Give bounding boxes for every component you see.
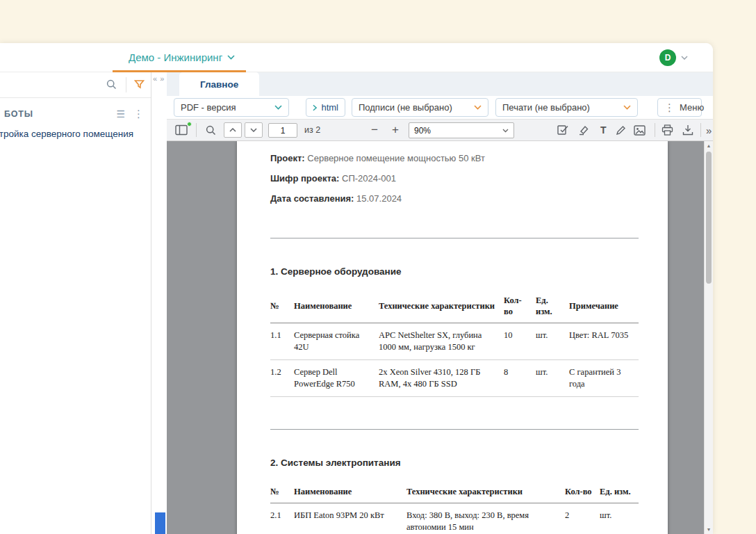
table-cell: Сервер Dell PowerEdge R750: [294, 359, 379, 396]
previous-page-button[interactable]: [224, 122, 242, 138]
print-icon[interactable]: [662, 120, 673, 140]
main-area: БОТЫ ☰ ⋮ стройка серверного помещения « …: [0, 72, 713, 534]
meta-line: Дата составления: 15.07.2024: [270, 193, 639, 205]
table-cell: 1.2: [270, 359, 294, 396]
avatar-initial: D: [665, 53, 671, 63]
signatures-select[interactable]: Подписи (не выбрано): [352, 98, 488, 117]
table-cell: 1.1: [270, 323, 294, 360]
pencil-icon[interactable]: [616, 120, 626, 140]
document-sections: 1. Серверное оборудование№НаименованиеТе…: [270, 238, 639, 534]
highlighter-icon[interactable]: [578, 120, 589, 140]
tree-item-project[interactable]: стройка серверного помещения: [0, 124, 151, 143]
tab-glavnoe[interactable]: Главное: [179, 72, 259, 96]
table-cell: шт.: [536, 323, 569, 360]
column-header: Кол-во: [504, 289, 536, 323]
zoom-value: 90%: [414, 126, 431, 136]
sidebar: БОТЫ ☰ ⋮ стройка серверного помещения: [0, 72, 151, 534]
chevron-down-icon: [227, 55, 235, 60]
section-title: 1. Серверное оборудование: [270, 266, 639, 277]
meta-line: Шифр проекта: СП-2024-001: [270, 172, 639, 185]
menu-button[interactable]: ⋮ Меню: [657, 98, 702, 117]
document-toolbar: PDF - версия html Подписи (не выбрано) П…: [167, 96, 713, 119]
account-menu[interactable]: D: [659, 43, 688, 72]
kebab-icon: ⋮: [664, 102, 675, 114]
table-cell: ИБП Eaton 93PM 20 кВт: [294, 503, 406, 534]
chevron-down-icon: [681, 56, 688, 60]
pdf-toolbar: из 2 − + 90% T: [167, 119, 713, 141]
table-cell: 10: [504, 323, 536, 360]
splitter-handle[interactable]: [155, 512, 165, 534]
version-select[interactable]: PDF - версия: [174, 98, 289, 117]
scrollbar[interactable]: ▲ ▼: [704, 141, 713, 534]
zoom-in-button[interactable]: +: [388, 120, 403, 140]
panel-gutter: « »: [151, 72, 167, 534]
tab-bar: Главное: [167, 72, 713, 96]
org-selector[interactable]: Демо - Инжиниринг: [129, 43, 235, 72]
table-cell: Серверная стойка 42U: [294, 323, 379, 360]
page-number-input[interactable]: [268, 123, 297, 138]
avatar[interactable]: D: [659, 49, 676, 66]
document-divider: [270, 238, 639, 238]
filter-icon[interactable]: [134, 79, 145, 90]
column-header: Кол-во: [565, 480, 600, 503]
collapse-sidebar-icon[interactable]: «: [153, 74, 157, 83]
more-tools[interactable]: »: [706, 120, 710, 140]
next-page-button[interactable]: [245, 122, 263, 138]
meta-line: Проект: Серверное помещение мощностью 50…: [270, 152, 639, 165]
page-count-label: из 2: [304, 120, 320, 140]
image-tool-icon[interactable]: [634, 120, 646, 140]
divider: [126, 77, 126, 92]
table-cell: 2x Xeon Silver 4310, 128 ГБ RAM, 4x 480 …: [379, 359, 504, 396]
scrollbar-thumb[interactable]: [706, 152, 712, 284]
sidebar-section-title: БОТЫ: [4, 109, 116, 119]
table-cell: шт.: [600, 503, 639, 534]
pdf-viewer: Проект: Серверное помещение мощностью 50…: [167, 141, 713, 534]
table-row: 1.2Сервер Dell PowerEdge R7502x Xeon Sil…: [270, 359, 639, 396]
table-cell: 2: [565, 503, 600, 534]
expand-panel-icon[interactable]: »: [160, 74, 164, 83]
version-select-value: PDF - версия: [181, 102, 236, 113]
column-header: №: [270, 480, 294, 503]
list-menu-icon[interactable]: ☰: [116, 108, 125, 120]
pdf-page: Проект: Серверное помещение мощностью 50…: [237, 141, 668, 534]
scroll-down-arrow[interactable]: ▼: [705, 525, 713, 534]
table-cell: 8: [504, 359, 536, 396]
spec-table: №НаименованиеТехнические характеристикиК…: [270, 480, 639, 534]
divider: [196, 123, 197, 137]
column-header: Технические характеристики: [379, 289, 504, 323]
column-header: Примечание: [569, 289, 639, 323]
html-view-button[interactable]: html: [306, 98, 345, 117]
kebab-icon[interactable]: ⋮: [133, 108, 144, 120]
column-header: Ед. изм.: [536, 289, 569, 323]
pdf-sidebar-toggle[interactable]: [175, 120, 188, 140]
document-meta: Проект: Серверное помещение мощностью 50…: [270, 152, 639, 206]
notification-dot: [187, 122, 192, 127]
table-cell: С гарантией 3 года: [569, 359, 639, 396]
text-tool[interactable]: T: [600, 120, 607, 140]
table-cell: APC NetShelter SX, глубина 1000 мм, нагр…: [379, 323, 504, 360]
org-name: Демо - Инжиниринг: [129, 51, 222, 63]
divider: [700, 123, 701, 137]
column-header: Наименование: [294, 289, 379, 323]
search-icon[interactable]: [106, 79, 117, 90]
sidebar-section-head: БОТЫ ☰ ⋮: [0, 104, 151, 124]
section-title: 2. Системы электропитания: [270, 458, 639, 468]
pdf-search-icon[interactable]: [206, 120, 216, 140]
sidebar-search-row: [0, 72, 151, 98]
stamps-select-value: Печати (не выбрано): [502, 102, 590, 113]
sign-document-icon[interactable]: [557, 120, 569, 140]
topbar: Демо - Инжиниринг D: [0, 43, 713, 72]
table-row: 1.1Серверная стойка 42UAPC NetShelter SX…: [270, 323, 639, 360]
scroll-up-arrow[interactable]: ▲: [705, 141, 713, 150]
menu-button-label: Меню: [680, 102, 704, 113]
column-header: Технические характеристики: [406, 480, 565, 503]
download-icon[interactable]: [682, 120, 693, 140]
zoom-select[interactable]: 90%: [409, 122, 514, 138]
search-input[interactable]: [0, 72, 103, 97]
stamps-select[interactable]: Печати (не выбрано): [495, 98, 638, 117]
signatures-select-value: Подписи (не выбрано): [359, 102, 452, 113]
zoom-out-button[interactable]: −: [367, 120, 382, 140]
html-view-label: html: [321, 102, 338, 113]
table-cell: Вход: 380 В, выход: 230 В, время автоном…: [406, 503, 565, 534]
divider: [655, 123, 655, 137]
